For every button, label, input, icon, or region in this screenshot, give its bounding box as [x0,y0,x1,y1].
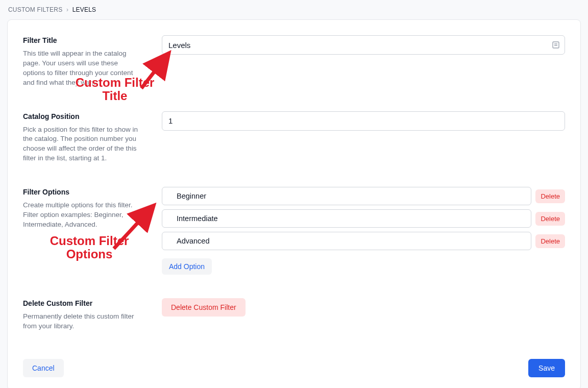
filter-title-description: This title will appear in the catalog pa… [23,49,141,88]
delete-filter-heading: Delete Custom Filter [23,298,141,309]
option-input[interactable] [162,232,531,250]
filter-options-description: Create multiple options for this filter.… [23,201,141,230]
delete-option-button[interactable]: Delete [535,234,565,248]
catalog-position-description: Pick a position for this filter to show … [23,125,141,164]
svg-rect-0 [553,42,559,48]
option-input[interactable] [162,209,531,228]
option-input[interactable] [162,187,531,205]
breadcrumb: CUSTOM FILTERS › LEVELS [7,5,581,14]
cancel-button[interactable]: Cancel [23,359,64,377]
section-filter-title: Filter Title This title will appear in t… [23,35,565,88]
option-row: Delete [162,209,565,228]
breadcrumb-current: LEVELS [72,6,96,13]
catalog-position-heading: Catalog Position [23,111,141,122]
option-row: Delete [162,187,565,205]
delete-filter-description: Permanently delete this custom filter fr… [23,312,141,331]
section-catalog-position: Catalog Position Pick a position for thi… [23,111,565,164]
form-card: Filter Title This title will appear in t… [7,19,581,388]
filter-title-heading: Filter Title [23,35,141,46]
add-option-button[interactable]: Add Option [162,258,212,275]
delete-option-button[interactable]: Delete [535,189,565,203]
section-delete-filter: Delete Custom Filter Permanently delete … [23,298,565,331]
delete-filter-button[interactable]: Delete Custom Filter [162,298,246,317]
catalog-position-input[interactable] [162,111,565,131]
autofill-icon [552,41,560,49]
chevron-right-icon: › [66,6,68,13]
form-footer: Cancel Save [23,359,565,377]
option-row: Delete [162,232,565,250]
filter-title-input[interactable] [162,35,565,55]
breadcrumb-parent-link[interactable]: CUSTOM FILTERS [8,6,62,13]
delete-option-button[interactable]: Delete [535,212,565,226]
filter-options-heading: Filter Options [23,187,141,198]
save-button[interactable]: Save [528,359,565,377]
section-filter-options: Filter Options Create multiple options f… [23,187,565,275]
